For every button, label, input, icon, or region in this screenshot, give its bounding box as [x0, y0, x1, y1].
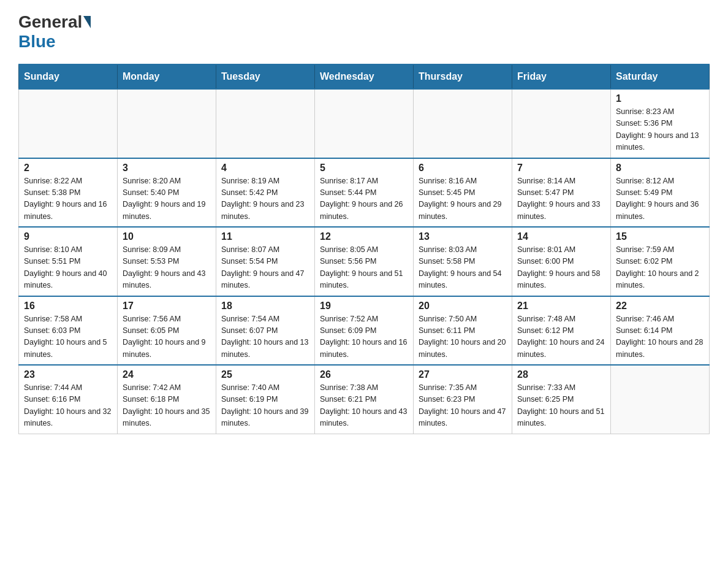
col-tuesday: Tuesday — [216, 64, 315, 89]
table-row: 25Sunrise: 7:40 AMSunset: 6:19 PMDayligh… — [216, 365, 315, 434]
day-info: Sunrise: 7:50 AMSunset: 6:11 PMDaylight:… — [419, 313, 507, 361]
day-number: 21 — [517, 301, 605, 312]
day-info: Sunrise: 8:16 AMSunset: 5:45 PMDaylight:… — [419, 175, 507, 223]
day-info: Sunrise: 7:56 AMSunset: 6:05 PMDaylight:… — [123, 313, 211, 361]
day-info: Sunrise: 7:54 AMSunset: 6:07 PMDaylight:… — [221, 313, 309, 361]
day-number: 5 — [320, 163, 408, 174]
day-number: 14 — [517, 231, 605, 242]
day-number: 10 — [123, 231, 211, 242]
table-row: 17Sunrise: 7:56 AMSunset: 6:05 PMDayligh… — [118, 296, 216, 366]
day-info: Sunrise: 8:10 AMSunset: 5:51 PMDaylight:… — [24, 244, 112, 292]
day-number: 27 — [419, 369, 507, 380]
table-row: 13Sunrise: 8:03 AMSunset: 5:58 PMDayligh… — [414, 227, 512, 296]
day-info: Sunrise: 7:42 AMSunset: 6:18 PMDaylight:… — [123, 382, 211, 430]
table-row: 22Sunrise: 7:46 AMSunset: 6:14 PMDayligh… — [611, 296, 710, 366]
day-number: 25 — [221, 369, 309, 380]
table-row: 8Sunrise: 8:12 AMSunset: 5:49 PMDaylight… — [611, 158, 710, 228]
table-row — [611, 365, 710, 434]
day-number: 11 — [221, 231, 309, 242]
day-info: Sunrise: 7:33 AMSunset: 6:25 PMDaylight:… — [517, 382, 605, 430]
table-row: 10Sunrise: 8:09 AMSunset: 5:53 PMDayligh… — [118, 227, 216, 296]
calendar-table: Sunday Monday Tuesday Wednesday Thursday… — [18, 64, 710, 434]
day-info: Sunrise: 8:03 AMSunset: 5:58 PMDaylight:… — [419, 244, 507, 292]
table-row: 20Sunrise: 7:50 AMSunset: 6:11 PMDayligh… — [414, 296, 512, 366]
table-row: 11Sunrise: 8:07 AMSunset: 5:54 PMDayligh… — [216, 227, 315, 296]
table-row: 12Sunrise: 8:05 AMSunset: 5:56 PMDayligh… — [315, 227, 414, 296]
day-number: 4 — [221, 163, 309, 174]
calendar-week-row: 9Sunrise: 8:10 AMSunset: 5:51 PMDaylight… — [19, 227, 710, 296]
logo-triangle-icon — [83, 16, 91, 28]
day-info: Sunrise: 7:35 AMSunset: 6:23 PMDaylight:… — [419, 382, 507, 430]
day-number: 18 — [221, 301, 309, 312]
day-number: 24 — [123, 369, 211, 380]
col-saturday: Saturday — [611, 64, 710, 89]
table-row — [19, 89, 118, 158]
day-info: Sunrise: 7:52 AMSunset: 6:09 PMDaylight:… — [320, 313, 408, 361]
day-info: Sunrise: 8:09 AMSunset: 5:53 PMDaylight:… — [123, 244, 211, 292]
logo-general-text: General — [18, 12, 82, 32]
day-info: Sunrise: 7:44 AMSunset: 6:16 PMDaylight:… — [24, 382, 112, 430]
day-number: 2 — [24, 163, 112, 174]
day-info: Sunrise: 7:48 AMSunset: 6:12 PMDaylight:… — [517, 313, 605, 361]
day-info: Sunrise: 7:38 AMSunset: 6:21 PMDaylight:… — [320, 382, 408, 430]
table-row: 5Sunrise: 8:17 AMSunset: 5:44 PMDaylight… — [315, 158, 414, 228]
calendar-week-row: 23Sunrise: 7:44 AMSunset: 6:16 PMDayligh… — [19, 365, 710, 434]
day-info: Sunrise: 8:22 AMSunset: 5:38 PMDaylight:… — [24, 175, 112, 223]
table-row: 1Sunrise: 8:23 AMSunset: 5:36 PMDaylight… — [611, 89, 710, 158]
table-row: 6Sunrise: 8:16 AMSunset: 5:45 PMDaylight… — [414, 158, 512, 228]
day-number: 9 — [24, 231, 112, 242]
table-row — [414, 89, 512, 158]
day-info: Sunrise: 7:46 AMSunset: 6:14 PMDaylight:… — [616, 313, 704, 361]
table-row: 4Sunrise: 8:19 AMSunset: 5:42 PMDaylight… — [216, 158, 315, 228]
day-info: Sunrise: 8:12 AMSunset: 5:49 PMDaylight:… — [616, 175, 704, 223]
day-info: Sunrise: 8:19 AMSunset: 5:42 PMDaylight:… — [221, 175, 309, 223]
day-number: 12 — [320, 231, 408, 242]
page-header: General Blue — [18, 12, 710, 52]
logo: General Blue — [18, 12, 92, 52]
day-info: Sunrise: 8:23 AMSunset: 5:36 PMDaylight:… — [616, 106, 704, 154]
day-info: Sunrise: 8:01 AMSunset: 6:00 PMDaylight:… — [517, 244, 605, 292]
table-row: 18Sunrise: 7:54 AMSunset: 6:07 PMDayligh… — [216, 296, 315, 366]
day-number: 19 — [320, 301, 408, 312]
day-number: 20 — [419, 301, 507, 312]
table-row: 3Sunrise: 8:20 AMSunset: 5:40 PMDaylight… — [118, 158, 216, 228]
table-row — [512, 89, 611, 158]
table-row: 21Sunrise: 7:48 AMSunset: 6:12 PMDayligh… — [512, 296, 611, 366]
day-number: 28 — [517, 369, 605, 380]
col-thursday: Thursday — [414, 64, 512, 89]
day-number: 3 — [123, 163, 211, 174]
day-number: 17 — [123, 301, 211, 312]
table-row — [216, 89, 315, 158]
day-info: Sunrise: 8:05 AMSunset: 5:56 PMDaylight:… — [320, 244, 408, 292]
col-monday: Monday — [118, 64, 216, 89]
day-number: 22 — [616, 301, 704, 312]
table-row: 28Sunrise: 7:33 AMSunset: 6:25 PMDayligh… — [512, 365, 611, 434]
col-sunday: Sunday — [19, 64, 118, 89]
day-number: 6 — [419, 163, 507, 174]
day-info: Sunrise: 8:20 AMSunset: 5:40 PMDaylight:… — [123, 175, 211, 223]
day-number: 26 — [320, 369, 408, 380]
calendar-week-row: 1Sunrise: 8:23 AMSunset: 5:36 PMDaylight… — [19, 89, 710, 158]
table-row — [118, 89, 216, 158]
table-row: 27Sunrise: 7:35 AMSunset: 6:23 PMDayligh… — [414, 365, 512, 434]
day-info: Sunrise: 7:58 AMSunset: 6:03 PMDaylight:… — [24, 313, 112, 361]
col-wednesday: Wednesday — [315, 64, 414, 89]
day-number: 16 — [24, 301, 112, 312]
calendar-header-row: Sunday Monday Tuesday Wednesday Thursday… — [19, 64, 710, 89]
table-row: 16Sunrise: 7:58 AMSunset: 6:03 PMDayligh… — [19, 296, 118, 366]
table-row: 15Sunrise: 7:59 AMSunset: 6:02 PMDayligh… — [611, 227, 710, 296]
day-number: 23 — [24, 369, 112, 380]
day-number: 7 — [517, 163, 605, 174]
day-info: Sunrise: 8:14 AMSunset: 5:47 PMDaylight:… — [517, 175, 605, 223]
table-row: 9Sunrise: 8:10 AMSunset: 5:51 PMDaylight… — [19, 227, 118, 296]
day-info: Sunrise: 8:07 AMSunset: 5:54 PMDaylight:… — [221, 244, 309, 292]
day-number: 1 — [616, 93, 704, 104]
calendar-week-row: 2Sunrise: 8:22 AMSunset: 5:38 PMDaylight… — [19, 158, 710, 228]
table-row: 2Sunrise: 8:22 AMSunset: 5:38 PMDaylight… — [19, 158, 118, 228]
day-info: Sunrise: 8:17 AMSunset: 5:44 PMDaylight:… — [320, 175, 408, 223]
table-row: 19Sunrise: 7:52 AMSunset: 6:09 PMDayligh… — [315, 296, 414, 366]
day-info: Sunrise: 7:59 AMSunset: 6:02 PMDaylight:… — [616, 244, 704, 292]
day-info: Sunrise: 7:40 AMSunset: 6:19 PMDaylight:… — [221, 382, 309, 430]
table-row: 7Sunrise: 8:14 AMSunset: 5:47 PMDaylight… — [512, 158, 611, 228]
logo-blue-text: Blue — [18, 32, 56, 51]
